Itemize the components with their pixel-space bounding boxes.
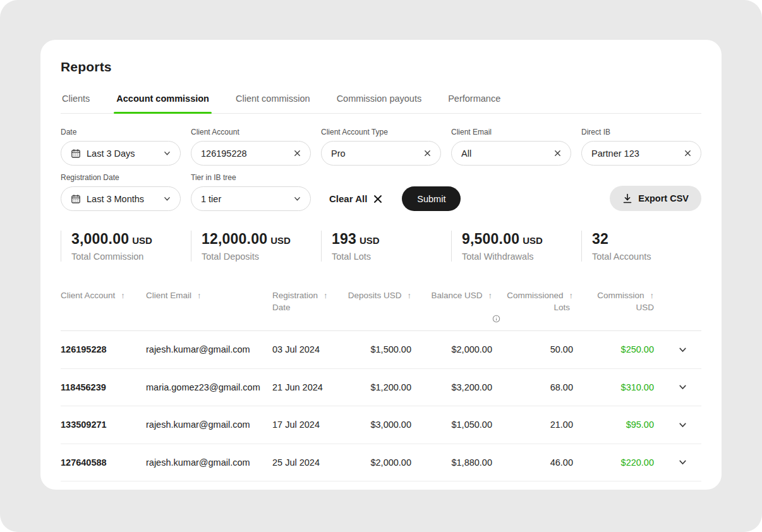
client-email-value: All (461, 148, 553, 159)
cell-commission: $220.00 (573, 457, 654, 468)
filter-date: Date Last 3 Days (61, 128, 181, 166)
direct-ib-value: Partner 123 (591, 148, 684, 159)
col-commission: Commission↑USD (573, 289, 654, 313)
client-account-type-value: Pro (331, 148, 423, 159)
cell-lots: 21.00 (492, 420, 573, 430)
col-client-email: Client Email↑ (146, 289, 272, 301)
client-account-input[interactable]: 126195228 (191, 141, 311, 166)
export-csv-button[interactable]: Export CSV (610, 186, 701, 211)
sort-icon[interactable]: ↑ (324, 291, 328, 300)
cell-deposits: $1,200.00 (345, 382, 411, 392)
cell-commission: $250.00 (573, 344, 654, 354)
cell-balance: $1,880.00 (411, 457, 492, 468)
filter-registration-date-label: Registration Date (61, 173, 181, 182)
cell-registration-date: 17 Jul 2024 (272, 420, 345, 430)
table-row: 118456239 maria.gomez23@gmail.com 21 Jun… (61, 369, 701, 407)
chevron-down-icon (678, 457, 687, 467)
commission-table: Client Account↑ Client Email↑ Registrati… (61, 286, 701, 490)
cell-lots: 68.00 (492, 382, 573, 392)
filter-direct-ib-label: Direct IB (581, 128, 701, 136)
clear-icon[interactable] (553, 149, 562, 157)
export-area: Export CSV (581, 173, 701, 211)
cell-registration-date: 03 Jul 2024 (272, 344, 345, 354)
stat-label: Total Withdrawals (462, 251, 571, 262)
stat-unit: USD (360, 235, 380, 246)
chevron-down-icon[interactable] (293, 195, 301, 203)
stat-label: Total Commission (71, 251, 181, 262)
calendar-icon (71, 194, 81, 204)
stat-value: 193 (332, 231, 356, 247)
export-csv-label: Export CSV (638, 193, 689, 203)
cell-client-email: rajesh.kumar@gmail.com (146, 457, 272, 468)
tier-value: 1 tier (201, 194, 293, 204)
stat-value: 32 (592, 231, 608, 247)
col-balance: Balance USD↑ (411, 289, 492, 301)
cell-lots: 50.00 (492, 344, 573, 354)
tab-account-commission[interactable]: Account commission (115, 90, 210, 113)
summary-stats: 3,000.00USD Total Commission 12,000.00US… (61, 231, 701, 262)
col-registration-date: Registration↑Date (272, 289, 345, 313)
filters-row-2: Registration Date Last 3 Months Tier in … (61, 173, 701, 211)
row-expand-button[interactable] (654, 345, 701, 354)
cell-deposits: $2,000.00 (345, 457, 411, 468)
stat-unit: USD (270, 235, 291, 246)
date-select[interactable]: Last 3 Days (61, 141, 181, 166)
page-title: Reports (61, 59, 701, 75)
filter-client-email-label: Client Email (451, 128, 571, 136)
info-icon[interactable] (492, 315, 573, 323)
cell-balance: $1,050.00 (411, 420, 492, 430)
submit-button[interactable]: Submit (402, 186, 461, 211)
chevron-down-icon[interactable] (163, 195, 171, 203)
cell-registration-date: 21 Jun 2024 (272, 382, 345, 392)
clear-all-button[interactable]: Clear All (329, 186, 383, 211)
reports-card: Reports Clients Account commission Clien… (40, 40, 722, 490)
filter-tier-label: Tier in IB tree (191, 173, 311, 182)
chevron-down-icon[interactable] (163, 149, 171, 157)
chevron-down-icon (678, 345, 687, 354)
filter-client-account: Client Account 126195228 (191, 128, 311, 166)
cell-balance: $2,000.00 (411, 344, 492, 354)
stat-total-withdrawals: 9,500.00USD Total Withdrawals (451, 231, 571, 262)
stat-total-lots: 193USD Total Lots (321, 231, 441, 262)
sort-icon[interactable]: ↑ (121, 291, 125, 300)
tab-commission-payouts[interactable]: Commission payouts (336, 90, 423, 113)
tab-client-commission[interactable]: Client commission (234, 90, 311, 113)
stat-unit: USD (132, 235, 152, 246)
close-icon (373, 194, 383, 204)
stat-value: 3,000.00 (71, 231, 129, 247)
cell-client-email: rajesh.kumar@gmail.com (146, 344, 272, 354)
cell-deposits: $3,000.00 (345, 420, 411, 430)
clear-icon[interactable] (293, 149, 301, 157)
cell-client-email: maria.gomez23@gmail.com (146, 382, 272, 392)
stat-value: 9,500.00 (462, 231, 519, 247)
cell-deposits: $1,500.00 (345, 344, 411, 354)
cell-client-account: 118456239 (61, 382, 146, 392)
row-expand-button[interactable] (654, 420, 701, 430)
row-expand-button[interactable] (654, 382, 701, 392)
stat-total-accounts: 32 Total Accounts (581, 231, 701, 262)
table-row: 126195228 rajesh.kumar@gmail.com 03 Jul … (61, 331, 701, 369)
row-expand-button[interactable] (654, 457, 701, 467)
tab-clients[interactable]: Clients (61, 90, 91, 113)
filter-client-account-label: Client Account (191, 128, 311, 136)
cell-lots: 46.00 (492, 457, 573, 468)
client-account-type-input[interactable]: Pro (321, 141, 441, 166)
tier-select[interactable]: 1 tier (191, 186, 311, 211)
tab-performance[interactable]: Performance (447, 90, 502, 113)
date-value: Last 3 Days (87, 148, 163, 159)
col-commissioned-lots: Commissioned↑Lots (492, 289, 573, 323)
registration-date-select[interactable]: Last 3 Months (61, 186, 181, 211)
stat-value: 12,000.00 (202, 231, 267, 247)
direct-ib-input[interactable]: Partner 123 (581, 141, 701, 166)
sort-icon[interactable]: ↑ (197, 291, 202, 300)
chevron-down-icon (678, 420, 687, 430)
filter-date-label: Date (61, 128, 181, 136)
filter-direct-ib: Direct IB Partner 123 (581, 128, 701, 166)
client-email-input[interactable]: All (451, 141, 571, 166)
client-account-value: 126195228 (201, 148, 293, 159)
sort-icon[interactable]: ↑ (650, 291, 655, 300)
table-header: Client Account↑ Client Email↑ Registrati… (61, 286, 701, 331)
clear-icon[interactable] (684, 149, 692, 157)
clear-icon[interactable] (423, 149, 432, 157)
cell-client-account: 127640588 (61, 457, 146, 468)
